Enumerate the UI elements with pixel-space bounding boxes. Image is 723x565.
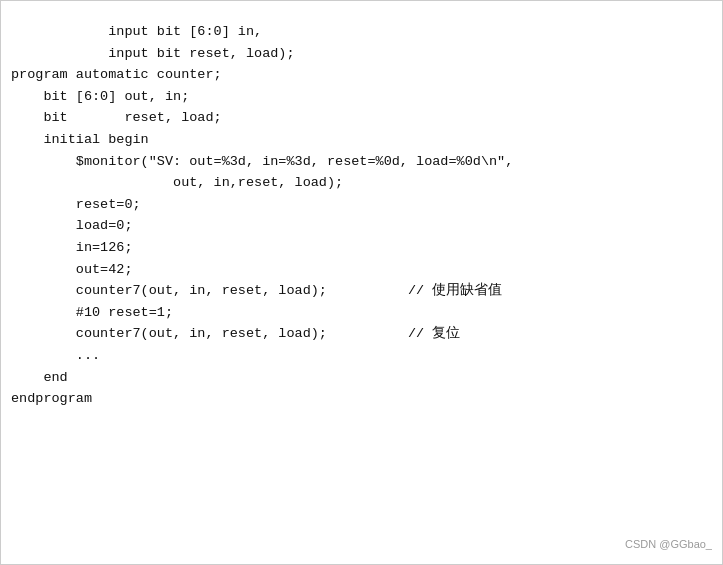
code-line: bit reset, load; — [11, 107, 712, 129]
code-line: load=0; — [11, 215, 712, 237]
code-line: $monitor("SV: out=%3d, in=%3d, reset=%0d… — [11, 151, 712, 173]
code-line: out=42; — [11, 259, 712, 281]
code-line: reset=0; — [11, 194, 712, 216]
code-line: input bit reset, load); — [11, 43, 712, 65]
code-line: bit [6:0] out, in; — [11, 86, 712, 108]
code-line: initial begin — [11, 129, 712, 151]
code-line: counter7(out, in, reset, load); // 使用缺省值 — [11, 280, 712, 302]
code-line: in=126; — [11, 237, 712, 259]
watermark: CSDN @GGbao_ — [625, 536, 712, 554]
code-line: ... — [11, 345, 712, 367]
code-line: program automatic counter; — [11, 64, 712, 86]
code-line: out, in,reset, load); — [11, 172, 712, 194]
code-block: input bit [6:0] in, input bit reset, loa… — [0, 0, 723, 565]
code-line: input bit [6:0] in, — [11, 21, 712, 43]
code-line: endprogram — [11, 388, 712, 410]
code-line: #10 reset=1; — [11, 302, 712, 324]
code-line: end — [11, 367, 712, 389]
code-lines: input bit [6:0] in, input bit reset, loa… — [11, 21, 712, 410]
code-line: counter7(out, in, reset, load); // 复位 — [11, 323, 712, 345]
